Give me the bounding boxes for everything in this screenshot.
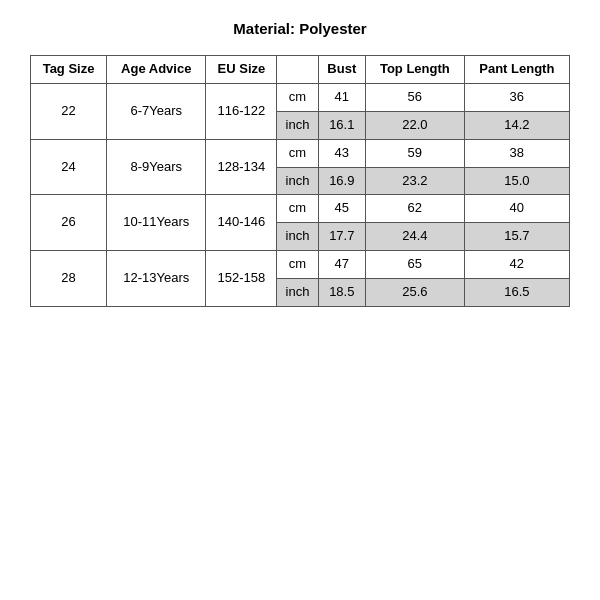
cell-top-length-inch: 22.0 <box>366 111 465 139</box>
cell-age-advice: 10-11Years <box>107 195 206 251</box>
cell-tag-size: 28 <box>31 251 107 307</box>
table-row: 2610-11Years140-146cm456240 <box>31 195 570 223</box>
cell-bust-inch: 17.7 <box>318 223 365 251</box>
cell-eu-size: 140-146 <box>206 195 277 251</box>
table-row: 226-7Years116-122cm415636 <box>31 83 570 111</box>
header-bust: Bust <box>318 56 365 84</box>
cell-bust-cm: 47 <box>318 251 365 279</box>
cell-bust-inch: 16.1 <box>318 111 365 139</box>
cell-top-length-inch: 23.2 <box>366 167 465 195</box>
cell-age-advice: 6-7Years <box>107 83 206 139</box>
cell-tag-size: 26 <box>31 195 107 251</box>
cell-bust-cm: 43 <box>318 139 365 167</box>
cell-bust-cm: 45 <box>318 195 365 223</box>
header-eu-size: EU Size <box>206 56 277 84</box>
cell-eu-size: 116-122 <box>206 83 277 139</box>
table-row: 248-9Years128-134cm435938 <box>31 139 570 167</box>
cell-tag-size: 24 <box>31 139 107 195</box>
table-row: 2812-13Years152-158cm476542 <box>31 251 570 279</box>
page-title: Material: Polyester <box>233 20 366 37</box>
cell-eu-size: 128-134 <box>206 139 277 195</box>
cell-pant-length-inch: 14.2 <box>464 111 569 139</box>
cell-unit-inch: inch <box>277 223 318 251</box>
cell-pant-length-cm: 40 <box>464 195 569 223</box>
size-table: Tag Size Age Advice EU Size Bust Top Len… <box>30 55 570 307</box>
cell-pant-length-inch: 16.5 <box>464 279 569 307</box>
cell-age-advice: 12-13Years <box>107 251 206 307</box>
cell-unit-cm: cm <box>277 195 318 223</box>
cell-top-length-cm: 62 <box>366 195 465 223</box>
cell-age-advice: 8-9Years <box>107 139 206 195</box>
cell-unit-inch: inch <box>277 279 318 307</box>
cell-pant-length-cm: 36 <box>464 83 569 111</box>
cell-top-length-cm: 56 <box>366 83 465 111</box>
cell-pant-length-cm: 38 <box>464 139 569 167</box>
cell-top-length-inch: 24.4 <box>366 223 465 251</box>
cell-unit-inch: inch <box>277 167 318 195</box>
header-unit <box>277 56 318 84</box>
cell-top-length-cm: 65 <box>366 251 465 279</box>
cell-top-length-inch: 25.6 <box>366 279 465 307</box>
cell-unit-cm: cm <box>277 139 318 167</box>
cell-bust-cm: 41 <box>318 83 365 111</box>
cell-eu-size: 152-158 <box>206 251 277 307</box>
header-top-length: Top Length <box>366 56 465 84</box>
cell-bust-inch: 18.5 <box>318 279 365 307</box>
cell-unit-inch: inch <box>277 111 318 139</box>
cell-unit-cm: cm <box>277 251 318 279</box>
cell-bust-inch: 16.9 <box>318 167 365 195</box>
cell-unit-cm: cm <box>277 83 318 111</box>
header-tag-size: Tag Size <box>31 56 107 84</box>
cell-pant-length-inch: 15.7 <box>464 223 569 251</box>
cell-top-length-cm: 59 <box>366 139 465 167</box>
header-age-advice: Age Advice <box>107 56 206 84</box>
cell-pant-length-cm: 42 <box>464 251 569 279</box>
cell-tag-size: 22 <box>31 83 107 139</box>
header-pant-length: Pant Length <box>464 56 569 84</box>
cell-pant-length-inch: 15.0 <box>464 167 569 195</box>
